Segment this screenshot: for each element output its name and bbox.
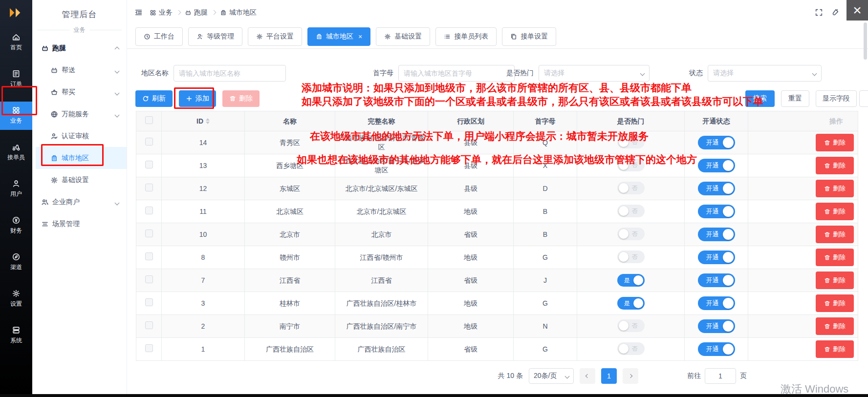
tab-basic-settings[interactable]: 基础设置 [376,27,430,46]
page-size-select[interactable]: 20条/页 [529,368,574,384]
row-checkbox[interactable] [145,275,153,283]
add-button[interactable]: 添加 [179,90,216,107]
hot-toggle[interactable]: 否 [617,182,645,194]
overlay-close-button[interactable] [846,0,868,21]
rail-item-channels[interactable]: 渠道 [0,248,32,276]
rail-item-settings[interactable]: 设置 [0,285,32,313]
trash-icon [824,346,830,353]
status-toggle[interactable]: 开通 [698,182,735,195]
row-checkbox[interactable] [145,252,153,260]
delete-button[interactable]: 删除 [816,249,854,266]
current-page-button[interactable]: 1 [601,368,617,384]
filter-label: 地区名称 [141,69,169,78]
row-checkbox[interactable] [145,298,153,306]
rail-item-system[interactable]: 系统 [0,321,32,350]
sidebar-item-city-region[interactable]: 城市地区 [36,147,127,169]
status-toggle[interactable]: 开通 [698,273,735,287]
status-toggle[interactable]: 开通 [698,319,735,333]
select-all-checkbox[interactable] [145,116,153,124]
status-toggle[interactable]: 开通 [698,251,735,264]
row-checkbox[interactable] [145,321,153,329]
breadcrumb-item-business[interactable]: 业务 [150,8,173,17]
user-icon [12,179,21,188]
sort-icon[interactable] [206,118,210,124]
trash-icon [824,231,830,238]
row-checkbox[interactable] [145,184,153,191]
hot-toggle[interactable]: 否 [617,136,645,148]
scrollbar-thumb[interactable] [864,22,867,60]
collapse-menu-icon[interactable] [134,8,143,17]
delete-button[interactable]: 删除 [816,157,854,174]
row-checkbox[interactable] [145,138,153,146]
breadcrumb-item-paotui[interactable]: 跑腿 [185,8,208,17]
status-toggle[interactable]: 开通 [698,205,735,218]
row-checkbox[interactable] [145,161,153,168]
delete-button[interactable]: 删除 [816,294,854,312]
hot-toggle[interactable]: 否 [617,251,645,263]
sidebar-item-bangmai[interactable]: 帮买 [32,81,127,103]
partial-button[interactable] [859,90,868,107]
rail-item-users[interactable]: 用户 [0,175,32,203]
tab-city-region[interactable]: 城市地区 [307,27,370,46]
tab-level-management[interactable]: 等级管理 [188,27,242,46]
rail-item-orders[interactable]: 订单 [0,65,32,93]
rail-item-business[interactable]: 业务 [0,102,32,130]
initial-input[interactable] [398,65,515,82]
show-fields-button[interactable]: 显示字段 [816,90,857,107]
status-toggle[interactable]: 开通 [698,159,735,172]
hot-toggle[interactable]: 是 [617,297,645,310]
hot-toggle[interactable]: 否 [617,228,645,240]
cell-full-name: 江西省 [335,269,428,292]
hot-toggle[interactable]: 是 [617,274,645,287]
status-toggle[interactable]: 开通 [698,296,735,310]
sidebar-item-bangsong[interactable]: 帮送 [32,59,127,81]
rail-item-couriers[interactable]: 接单员 [0,138,32,167]
close-icon[interactable] [358,33,362,41]
cell-initial: X [514,154,577,177]
hot-toggle[interactable]: 否 [617,319,645,332]
rail-label: 用户 [10,190,22,198]
hot-toggle[interactable]: 否 [617,342,645,355]
status-toggle[interactable]: 开通 [698,228,735,241]
prev-page-button[interactable] [580,368,595,384]
refresh-button[interactable]: 刷新 [135,90,173,107]
theme-paint-icon[interactable] [831,8,839,17]
cell-full-name: 广西壮族自治区/南宁市/西乡塘区 [335,154,428,177]
sidebar-item-qiye[interactable]: 企业商户 [32,191,127,213]
status-select[interactable]: 请选择 [708,65,822,82]
tab-order-settings[interactable]: 接单设置 [502,27,556,46]
rail-item-finance[interactable]: 财务 [0,211,32,240]
hot-select[interactable]: 请选择 [539,65,650,82]
sidebar-item-changjing[interactable]: 场景管理 [32,213,127,235]
delete-button[interactable]: 删除 [816,226,854,243]
rail-item-home[interactable]: 首页 [0,28,32,57]
search-button[interactable]: 搜索 [745,90,775,107]
hot-toggle[interactable]: 否 [617,205,645,217]
sidebar-item-wanneng[interactable]: 万能服务 [32,103,127,125]
row-checkbox[interactable] [145,344,153,352]
delete-button[interactable]: 删除 [816,180,854,197]
region-name-input[interactable] [174,65,286,82]
delete-button[interactable]: 删除 [816,272,854,289]
sidebar-item-renzheng[interactable]: 认证审核 [32,125,127,147]
row-checkbox[interactable] [145,207,153,214]
sidebar-item-jichu[interactable]: 基础设置 [32,169,127,191]
status-toggle[interactable]: 开通 [698,136,735,149]
row-checkbox[interactable] [145,230,153,237]
sidebar-item-paotui[interactable]: 跑腿 [32,37,127,59]
goto-page-input[interactable] [705,368,736,384]
delete-button[interactable]: 删除 [816,340,854,358]
tab-workbench[interactable]: 工作台 [135,27,183,46]
status-toggle[interactable]: 开通 [698,342,735,356]
next-page-button[interactable] [623,368,638,384]
delete-button[interactable]: 删除 [816,134,854,151]
breadcrumb-item-city-region[interactable]: 城市地区 [220,8,257,17]
fullscreen-icon[interactable] [815,8,823,17]
hot-toggle[interactable]: 否 [617,159,645,171]
delete-button[interactable]: 删除 [816,317,854,335]
reset-button[interactable]: 重置 [781,90,809,107]
tab-courier-list[interactable]: 接单员列表 [435,27,497,46]
bulk-delete-button[interactable]: 删除 [222,90,260,107]
tab-platform-settings[interactable]: 平台设置 [248,27,302,46]
delete-button[interactable]: 删除 [816,203,854,220]
